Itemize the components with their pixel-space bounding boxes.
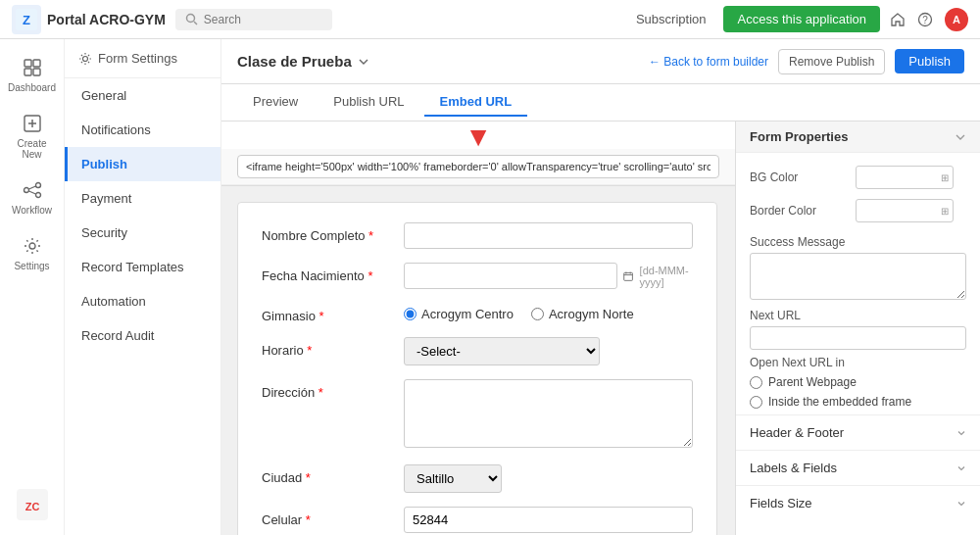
sidebar-label-settings: Settings — [14, 261, 49, 271]
settings-header-title: Form Settings — [98, 51, 177, 66]
sidebar-item-publish[interactable]: Publish — [65, 147, 220, 181]
publish-button[interactable]: Publish — [895, 49, 964, 73]
sidebar-label-workflow: Workflow — [12, 205, 52, 216]
next-url-input[interactable] — [750, 326, 966, 350]
open-next-url-section: Open Next URL in Parent Webpage Inside t… — [736, 356, 980, 414]
preview-scroll[interactable]: Nombre Completo * Fecha Nacimiento * — [221, 186, 735, 535]
section-header-footer[interactable]: Header & Footer — [736, 414, 980, 450]
svg-point-21 — [83, 56, 88, 61]
sidebar-item-automation[interactable]: Automation — [65, 284, 220, 318]
svg-text:Z: Z — [23, 13, 30, 27]
access-button[interactable]: Access this application — [723, 6, 880, 32]
svg-rect-22 — [624, 272, 633, 280]
embed-code-input[interactable] — [237, 155, 719, 178]
search-bar[interactable] — [175, 9, 332, 30]
form-row-celular: Celular * — [262, 507, 693, 533]
help-icon[interactable]: ? — [917, 12, 933, 27]
form-title: Clase de Prueba — [237, 53, 369, 70]
input-celular[interactable] — [404, 507, 693, 533]
radio-parent-webpage[interactable]: Parent Webpage — [750, 375, 966, 389]
border-color-picker[interactable]: ⊞ — [856, 199, 954, 222]
tab-embed-url[interactable]: Embed URL — [424, 88, 528, 117]
bg-color-label: BG Color — [750, 170, 848, 184]
calendar-icon[interactable] — [623, 269, 633, 283]
sidebar-item-general[interactable]: General — [65, 78, 220, 113]
home-icon[interactable] — [890, 12, 906, 27]
form-row-fecha: Fecha Nacimiento * [dd-MMM-yyyy] — [262, 263, 693, 289]
chevron-down-icon[interactable] — [358, 56, 369, 68]
input-fecha[interactable] — [404, 263, 617, 289]
sidebar-item-payment[interactable]: Payment — [65, 181, 220, 216]
success-message-section: Success Message — [736, 235, 980, 309]
label-horario: Horario * — [262, 337, 404, 358]
select-horario[interactable]: -Select- — [404, 337, 600, 365]
sidebar-item-record-templates[interactable]: Record Templates — [65, 250, 220, 284]
svg-line-3 — [194, 22, 197, 24]
dashboard-icon — [22, 57, 43, 78]
form-props-chevron-icon[interactable] — [955, 131, 966, 143]
sidebar-item-record-audit[interactable]: Record Audit — [65, 318, 220, 353]
svg-rect-7 — [33, 60, 40, 67]
remove-publish-button[interactable]: Remove Publish — [778, 49, 885, 74]
svg-point-15 — [35, 193, 40, 198]
success-message-label: Success Message — [750, 235, 966, 249]
tab-publish-url[interactable]: Publish URL — [318, 88, 419, 117]
settings-sidebar: Form Settings General Notifications Publ… — [65, 39, 221, 535]
border-color-grid-icon: ⊞ — [941, 206, 949, 217]
section-fields-size[interactable]: Fields Size — [736, 485, 980, 520]
date-hint: [dd-MMM-yyyy] — [640, 265, 693, 288]
radio-acrogym-centro[interactable]: Acrogym Centro — [404, 307, 514, 321]
sidebar-item-security[interactable]: Security — [65, 216, 220, 250]
control-horario[interactable]: -Select- — [404, 337, 693, 365]
control-gimnasio: Acrogym Centro Acrogym Norte — [404, 303, 693, 321]
textarea-direccion[interactable] — [404, 379, 693, 448]
success-message-input[interactable] — [750, 253, 966, 300]
settings-header: Form Settings — [65, 39, 220, 78]
svg-point-18 — [29, 243, 35, 249]
svg-point-13 — [24, 188, 28, 193]
radio-acrogym-norte[interactable]: Acrogym Norte — [531, 307, 634, 321]
label-ciudad: Ciudad * — [262, 464, 404, 485]
sidebar-item-workflow[interactable]: Workflow — [5, 171, 60, 223]
section-labels-fields-label: Labels & Fields — [750, 461, 837, 475]
svg-line-16 — [28, 186, 35, 189]
open-next-url-label: Open Next URL in — [750, 356, 966, 369]
next-url-label: Next URL — [750, 309, 966, 322]
border-color-label: Border Color — [750, 204, 848, 218]
control-ciudad[interactable]: Saltillo — [404, 464, 693, 493]
input-nombre[interactable] — [404, 222, 693, 249]
radio-embedded-frame[interactable]: Inside the embedded frame — [750, 395, 966, 409]
tabs-area: Preview Publish URL Embed URL — [221, 84, 980, 122]
brand-icon: Z — [12, 5, 41, 34]
form-row-ciudad: Ciudad * Saltillo — [262, 464, 693, 493]
main-layout: Dashboard Create New Workflow Settings Z… — [0, 39, 980, 535]
svg-text:?: ? — [922, 15, 928, 25]
control-celular[interactable] — [404, 507, 693, 533]
create-new-icon — [22, 113, 43, 134]
sidebar-item-notifications[interactable]: Notifications — [65, 113, 220, 147]
tab-preview[interactable]: Preview — [237, 88, 314, 117]
label-fecha: Fecha Nacimiento * — [262, 263, 404, 283]
sidebar-item-dashboard[interactable]: Dashboard — [5, 49, 60, 101]
svg-text:ZC: ZC — [24, 501, 39, 512]
avatar[interactable]: A — [945, 8, 968, 31]
form-props-title: Form Properties — [750, 129, 848, 144]
select-ciudad[interactable]: Saltillo — [404, 464, 502, 493]
embed-bar — [221, 149, 735, 185]
lower-area: ▼ Nombre Completo * — [221, 122, 980, 535]
section-labels-fields-chevron — [956, 463, 966, 473]
sidebar-item-settings[interactable]: Settings — [5, 227, 60, 279]
content-header: Clase de Prueba ← Back to form builder R… — [221, 39, 980, 84]
section-labels-fields[interactable]: Labels & Fields — [736, 450, 980, 485]
zoho-creator-logo: ZC — [17, 489, 48, 520]
right-panel: Form Properties BG Color ⊞ Border Color … — [735, 122, 980, 535]
search-input[interactable] — [204, 13, 312, 26]
control-nombre[interactable] — [404, 222, 693, 249]
sidebar-item-create-new[interactable]: Create New — [5, 105, 60, 168]
subscription-link[interactable]: Subscription — [628, 12, 714, 26]
back-to-builder-button[interactable]: ← Back to form builder — [649, 55, 768, 69]
svg-rect-8 — [24, 69, 31, 75]
control-direccion[interactable] — [404, 379, 693, 451]
bg-color-picker[interactable]: ⊞ — [856, 166, 954, 189]
section-header-footer-label: Header & Footer — [750, 425, 844, 440]
